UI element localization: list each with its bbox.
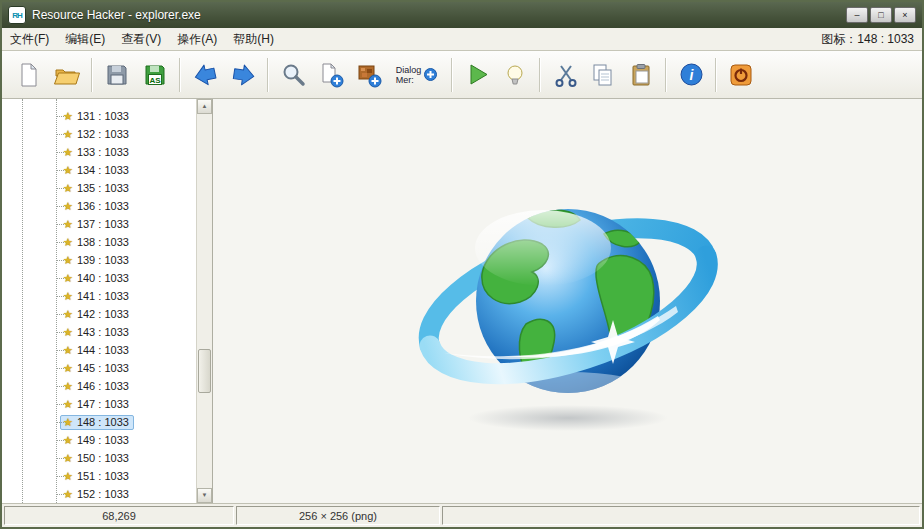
resource-tree-panel: ★131 : 1033★132 : 1033★133 : 1033★134 : … <box>2 99 213 503</box>
open-file-button[interactable] <box>48 55 86 95</box>
tree-item[interactable]: ★131 : 1033 <box>2 107 197 125</box>
lightbulb-button[interactable] <box>496 55 534 95</box>
next-resource-button[interactable] <box>224 55 262 95</box>
close-button[interactable]: × <box>894 7 916 23</box>
toolbar: AS <box>2 51 922 99</box>
tree-item[interactable]: ★151 : 1033 <box>2 467 197 485</box>
tree-item[interactable]: ★146 : 1033 <box>2 377 197 395</box>
star-icon: ★ <box>63 362 73 375</box>
scrollbar-thumb[interactable] <box>198 349 211 393</box>
star-icon: ★ <box>63 344 73 357</box>
tree-item[interactable]: ★137 : 1033 <box>2 215 197 233</box>
tree-item[interactable]: ★138 : 1033 <box>2 233 197 251</box>
dialog-merge-label-line1: Dialog <box>396 65 422 75</box>
dialog-merge-button[interactable]: Dialog Mer: <box>388 55 446 95</box>
status-empty-panel <box>442 506 920 525</box>
tree-item[interactable]: ★136 : 1033 <box>2 197 197 215</box>
star-icon: ★ <box>63 380 73 393</box>
prev-resource-button[interactable] <box>186 55 224 95</box>
titlebar: RH Resource Hacker - explorer.exe – □ × <box>2 2 922 28</box>
minimize-button[interactable]: – <box>846 7 868 23</box>
open-folder-icon <box>53 62 81 88</box>
menu-help[interactable]: 帮助(H) <box>225 28 282 51</box>
resource-tree: ★131 : 1033★132 : 1033★133 : 1033★134 : … <box>2 99 197 503</box>
tree-item[interactable]: ★142 : 1033 <box>2 305 197 323</box>
toolbar-separator <box>715 58 717 92</box>
new-file-button[interactable] <box>10 55 48 95</box>
star-icon: ★ <box>63 290 73 303</box>
tree-item-label: 132 : 1033 <box>77 128 129 140</box>
scissors-icon <box>552 62 578 88</box>
tree-item[interactable]: ★135 : 1033 <box>2 179 197 197</box>
status-image-info: 256 × 256 (png) <box>236 506 440 525</box>
tree-item[interactable]: ★150 : 1033 <box>2 449 197 467</box>
tree-scrollbar[interactable]: ▲ ▼ <box>196 99 212 503</box>
info-button[interactable]: i <box>672 55 710 95</box>
new-file-icon <box>16 62 42 88</box>
tree-item[interactable]: ★133 : 1033 <box>2 143 197 161</box>
toolbar-separator <box>539 58 541 92</box>
menu-action[interactable]: 操作(A) <box>169 28 225 51</box>
tree-item[interactable]: ★143 : 1033 <box>2 323 197 341</box>
star-icon: ★ <box>63 146 73 159</box>
tree-item[interactable]: ★147 : 1033 <box>2 395 197 413</box>
find-button[interactable] <box>274 55 312 95</box>
copy-icon <box>590 62 616 88</box>
arrow-left-icon <box>189 58 221 90</box>
lightbulb-icon <box>502 62 528 88</box>
tree-item[interactable]: ★140 : 1033 <box>2 269 197 287</box>
star-icon: ★ <box>63 236 73 249</box>
toolbar-separator <box>451 58 453 92</box>
toolbar-separator <box>179 58 181 92</box>
tree-item-label: 139 : 1033 <box>77 254 129 266</box>
exit-button[interactable] <box>722 55 760 95</box>
tree-item[interactable]: ★152 : 1033 <box>2 485 197 503</box>
tree-item-label: 150 : 1033 <box>77 452 129 464</box>
tree-item-label: 149 : 1033 <box>77 434 129 446</box>
star-icon: ★ <box>63 254 73 267</box>
save-icon <box>104 62 130 88</box>
tree-item[interactable]: ★134 : 1033 <box>2 161 197 179</box>
tree-item-label: 140 : 1033 <box>77 272 129 284</box>
tree-item-label: 136 : 1033 <box>77 200 129 212</box>
tree-item-label: 135 : 1033 <box>77 182 129 194</box>
tree-item-label: 145 : 1033 <box>77 362 129 374</box>
app-icon: RH <box>8 6 26 24</box>
copy-button[interactable] <box>584 55 622 95</box>
menu-edit[interactable]: 编辑(E) <box>57 28 113 51</box>
save-button[interactable] <box>98 55 136 95</box>
star-icon: ★ <box>63 128 73 141</box>
tree-item[interactable]: ★139 : 1033 <box>2 251 197 269</box>
selected-resource-status: 图标：148 : 1033 <box>821 31 914 48</box>
star-icon: ★ <box>63 488 73 501</box>
save-as-button[interactable]: AS <box>136 55 174 95</box>
svg-text:AS: AS <box>149 76 161 85</box>
tree-item-label: 151 : 1033 <box>77 470 129 482</box>
star-icon: ★ <box>63 182 73 195</box>
cut-button[interactable] <box>546 55 584 95</box>
tree-item[interactable]: ★132 : 1033 <box>2 125 197 143</box>
dialog-merge-label-line2: Mer: <box>396 75 414 85</box>
save-as-icon: AS <box>142 62 168 88</box>
tree-item[interactable]: ★148 : 1033 <box>2 413 197 431</box>
paste-icon <box>628 62 654 88</box>
tree-item[interactable]: ★145 : 1033 <box>2 359 197 377</box>
menu-view[interactable]: 查看(V) <box>113 28 169 51</box>
add-resource-button[interactable] <box>312 55 350 95</box>
toolbar-separator <box>91 58 93 92</box>
scroll-down-arrow[interactable]: ▼ <box>197 488 212 503</box>
compile-button[interactable] <box>458 55 496 95</box>
tree-item[interactable]: ★141 : 1033 <box>2 287 197 305</box>
menu-file[interactable]: 文件(F) <box>2 28 57 51</box>
toolbar-separator <box>665 58 667 92</box>
add-image-resource-button[interactable] <box>350 55 388 95</box>
resource-hacker-window: RH Resource Hacker - explorer.exe – □ × … <box>0 0 924 529</box>
paste-button[interactable] <box>622 55 660 95</box>
tree-item[interactable]: ★144 : 1033 <box>2 341 197 359</box>
maximize-button[interactable]: □ <box>870 7 892 23</box>
tree-item-label: 143 : 1033 <box>77 326 129 338</box>
star-icon: ★ <box>63 110 73 123</box>
tree-item-label: 141 : 1033 <box>77 290 129 302</box>
tree-item[interactable]: ★149 : 1033 <box>2 431 197 449</box>
scroll-up-arrow[interactable]: ▲ <box>197 99 212 114</box>
